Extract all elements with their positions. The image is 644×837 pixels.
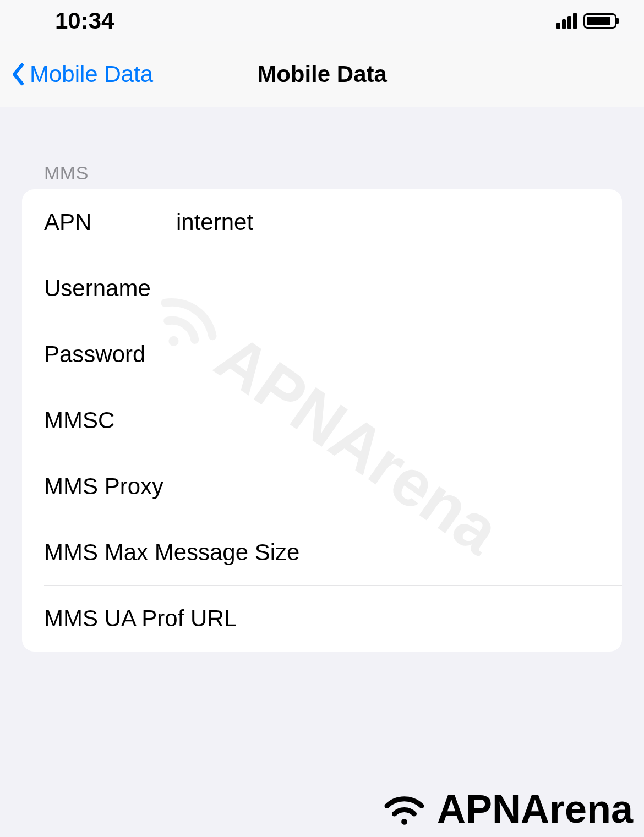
label-mmsc: MMSC xyxy=(44,407,176,434)
input-apn[interactable] xyxy=(176,209,600,236)
back-button[interactable]: Mobile Data xyxy=(11,61,153,87)
watermark-bottom: APNArena xyxy=(378,786,633,831)
label-mms-ua-prof: MMS UA Prof URL xyxy=(44,605,309,632)
wifi-icon xyxy=(378,789,430,829)
status-icons xyxy=(556,13,616,29)
status-bar: 10:34 xyxy=(0,0,644,41)
row-mms-ua-prof[interactable]: MMS UA Prof URL xyxy=(22,586,622,652)
status-time: 10:34 xyxy=(55,8,114,34)
label-mms-max-size: MMS Max Message Size xyxy=(44,539,309,566)
label-apn: APN xyxy=(44,209,176,236)
content: MMS APN Username Password MMSC MMS Proxy xyxy=(0,107,644,652)
chevron-back-icon xyxy=(11,63,25,86)
watermark-text-bottom: APNArena xyxy=(437,786,633,831)
input-mms-max-size[interactable] xyxy=(309,539,600,566)
label-password: Password xyxy=(44,341,176,368)
row-apn[interactable]: APN xyxy=(22,189,622,255)
input-username[interactable] xyxy=(176,275,600,302)
input-mms-ua-prof[interactable] xyxy=(309,605,600,632)
label-username: Username xyxy=(44,275,176,302)
row-password[interactable]: Password xyxy=(22,321,622,387)
input-password[interactable] xyxy=(176,341,600,368)
row-mms-max-size[interactable]: MMS Max Message Size xyxy=(22,519,622,586)
row-username[interactable]: Username xyxy=(22,255,622,321)
section-header-mms: MMS xyxy=(22,162,622,189)
input-mms-proxy[interactable] xyxy=(309,473,600,500)
input-mmsc[interactable] xyxy=(176,407,600,434)
row-mmsc[interactable]: MMSC xyxy=(22,387,622,453)
page-title: Mobile Data xyxy=(257,61,387,87)
row-mms-proxy[interactable]: MMS Proxy xyxy=(22,453,622,519)
back-label: Mobile Data xyxy=(30,61,153,87)
cellular-signal-icon xyxy=(556,13,577,29)
settings-group-mms: APN Username Password MMSC MMS Proxy MMS… xyxy=(22,189,622,652)
nav-bar: Mobile Data Mobile Data xyxy=(0,41,644,107)
battery-icon xyxy=(583,13,616,29)
label-mms-proxy: MMS Proxy xyxy=(44,473,309,500)
